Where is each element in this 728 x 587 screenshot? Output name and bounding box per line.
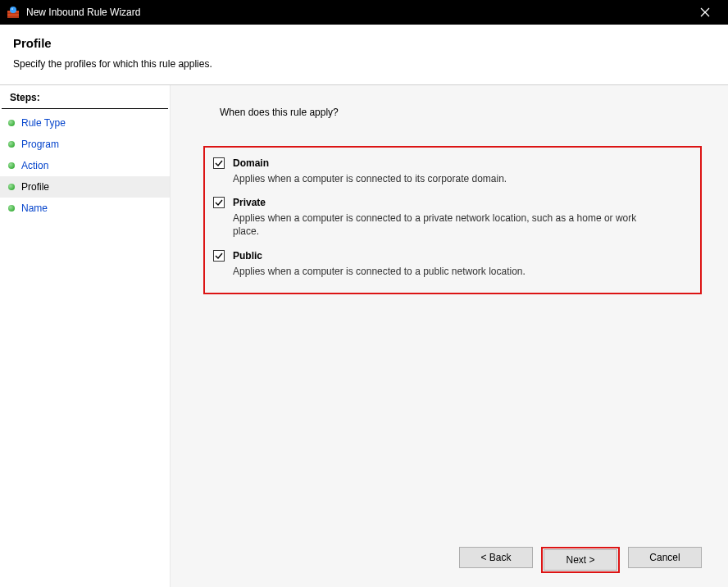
private-checkbox[interactable] (213, 197, 225, 208)
sidebar-item-rule-type[interactable]: Rule Type (0, 112, 170, 134)
cancel-button[interactable]: Cancel (628, 547, 702, 568)
sidebar-item-program[interactable]: Program (0, 134, 170, 155)
domain-description: Applies when a computer is connected to … (233, 172, 659, 185)
sidebar-item-label: Action (21, 160, 48, 171)
back-button[interactable]: < Back (459, 547, 533, 568)
content-question: When does this rule apply? (220, 107, 702, 118)
step-bullet-icon (8, 184, 15, 190)
close-icon (700, 7, 710, 17)
content-panel: When does this rule apply? Domain Applie… (171, 85, 728, 587)
option-domain: Domain Applies when a computer is connec… (213, 157, 692, 185)
domain-label: Domain (233, 157, 269, 169)
private-label: Private (233, 197, 266, 208)
firewall-icon (7, 6, 20, 19)
page-title: Profile (13, 36, 715, 50)
sidebar-item-label: Rule Type (21, 117, 66, 129)
svg-rect-2 (7, 14, 19, 16)
sidebar-item-name[interactable]: Name (0, 198, 170, 219)
page-subtitle: Specify the profiles for which this rule… (13, 58, 715, 70)
sidebar-item-label: Program (21, 139, 59, 150)
step-bullet-icon (8, 141, 15, 148)
steps-sidebar: Steps: Rule Type Program Action Profile … (0, 85, 171, 587)
sidebar-item-profile[interactable]: Profile (0, 176, 170, 198)
step-bullet-icon (8, 120, 15, 126)
private-description: Applies when a computer is connected to … (233, 212, 659, 238)
wizard-button-row: < Back Next > Cancel (203, 540, 702, 581)
checkmark-icon (214, 198, 224, 207)
next-button-highlight: Next > (541, 547, 620, 573)
sidebar-item-action[interactable]: Action (0, 155, 170, 176)
wizard-header: Profile Specify the profiles for which t… (0, 25, 728, 84)
svg-point-3 (10, 7, 16, 13)
sidebar-item-label: Profile (21, 181, 49, 193)
wizard-body: Steps: Rule Type Program Action Profile … (0, 84, 728, 587)
next-button[interactable]: Next > (544, 549, 617, 571)
svg-point-4 (11, 8, 13, 10)
checkmark-icon (214, 251, 224, 261)
option-private: Private Applies when a computer is conne… (213, 197, 692, 238)
window-title: New Inbound Rule Wizard (26, 7, 689, 18)
step-bullet-icon (8, 162, 15, 169)
sidebar-item-label: Name (21, 202, 48, 214)
option-public: Public Applies when a computer is connec… (213, 250, 692, 278)
public-label: Public (233, 250, 262, 262)
close-button[interactable] (689, 0, 721, 25)
options-highlight-box: Domain Applies when a computer is connec… (203, 146, 702, 294)
public-checkbox[interactable] (213, 250, 225, 262)
steps-heading: Steps: (2, 89, 168, 109)
public-description: Applies when a computer is connected to … (233, 265, 659, 278)
titlebar: New Inbound Rule Wizard (0, 0, 728, 25)
checkmark-icon (214, 158, 224, 168)
step-bullet-icon (8, 205, 15, 212)
domain-checkbox[interactable] (213, 157, 225, 169)
